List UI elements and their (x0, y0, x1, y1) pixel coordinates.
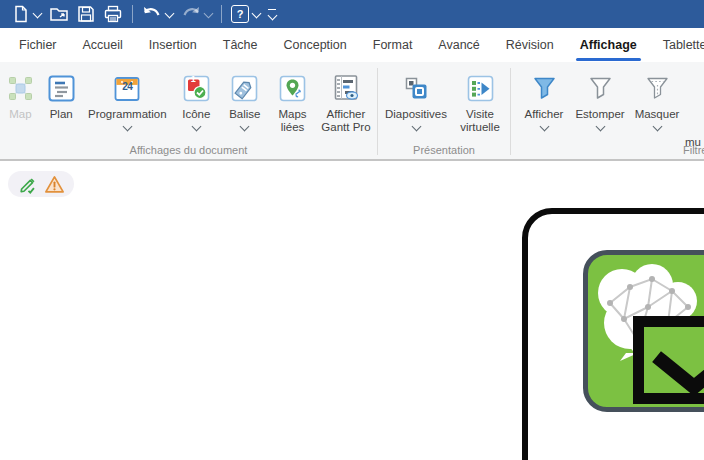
funnel-filled-icon (531, 72, 558, 104)
calendar-day-label: 24 (114, 81, 140, 92)
ribbon-button-icone[interactable]: 1 Icône (173, 70, 220, 130)
group-filtre: Filtre mu Afficher Estomper (511, 62, 704, 159)
chevron-down-icon (539, 122, 549, 132)
calendar-icon: 24 (114, 72, 140, 104)
help-icon: ? (231, 5, 249, 23)
undo-icon (142, 6, 162, 22)
tab-tablette[interactable]: Tablette (650, 28, 704, 62)
icon-badge-icon: 1 (183, 72, 210, 104)
slides-icon (403, 72, 430, 104)
mindmap-icon (7, 72, 34, 104)
chevron-down-icon[interactable] (165, 8, 175, 18)
chevron-down-icon (240, 122, 250, 132)
chevron-down-icon (652, 122, 662, 132)
tab-insertion[interactable]: Insertion (136, 28, 210, 62)
tab-format[interactable]: Format (360, 28, 426, 62)
redo-button[interactable] (177, 2, 216, 26)
annotation-pill (8, 171, 74, 197)
save-button[interactable] (73, 2, 99, 26)
ribbon-button-estomper[interactable]: Estomper (571, 70, 629, 130)
warning-triangle-icon[interactable] (44, 175, 65, 194)
chevron-down-icon (595, 122, 605, 132)
group-label: Affichages du document (0, 144, 377, 156)
ribbon-button-visite-virtuelle[interactable]: Visite virtuelle (452, 70, 508, 134)
print-button[interactable] (99, 2, 127, 26)
green-pen-check-icon[interactable] (18, 174, 38, 194)
redo-icon (181, 6, 201, 22)
tab-tache[interactable]: Tâche (210, 28, 271, 62)
ribbon-button-afficher-filtre[interactable]: Afficher (517, 70, 571, 130)
help-button[interactable]: ? (227, 2, 264, 26)
tab-avance[interactable]: Avancé (425, 28, 492, 62)
tab-affichage[interactable]: Affichage (567, 28, 650, 62)
group-presentation: Présentation Diapositives (378, 62, 510, 159)
undo-button[interactable] (138, 2, 177, 26)
ribbon-button-partial-label[interactable]: mu (685, 136, 701, 148)
chevron-down-icon[interactable] (252, 8, 262, 18)
chevron-down-icon[interactable] (33, 8, 43, 18)
checkmark-icon (644, 327, 704, 393)
chevron-down-icon (411, 122, 421, 132)
group-label: Présentation (378, 144, 510, 156)
tab-revision[interactable]: Révision (493, 28, 567, 62)
tab-conception[interactable]: Conception (271, 28, 360, 62)
ribbon-button-plan[interactable]: Plan (41, 70, 82, 121)
customize-toolbar-icon (268, 9, 276, 20)
gantt-chart-eye-icon (332, 72, 360, 104)
ribbon-button-masquer[interactable]: Masquer (629, 70, 685, 130)
ribbon-button-diapositives[interactable]: Diapositives (380, 70, 452, 130)
checkmark-box (633, 316, 704, 404)
chevron-down-icon (122, 122, 132, 132)
ribbon-tab-bar: Fichier Accueil Insertion Tâche Concepti… (0, 28, 704, 62)
tag-icon (231, 72, 258, 104)
ribbon-button-balise[interactable]: Balise (220, 70, 271, 130)
ribbon: Affichages du document Map (0, 62, 704, 161)
tab-fichier[interactable]: Fichier (6, 28, 70, 62)
mindview-logo-card (522, 208, 704, 460)
toolbar-separator (221, 5, 222, 23)
ribbon-button-programmation[interactable]: 24 Programmation (82, 70, 173, 130)
ribbon-button-maps-liees[interactable]: Maps liées (270, 70, 315, 134)
tab-accueil[interactable]: Accueil (70, 28, 136, 62)
chevron-down-icon (191, 122, 201, 132)
group-affichages-du-document: Affichages du document Map (0, 62, 377, 159)
open-folder-icon (49, 5, 69, 23)
open-button[interactable] (45, 2, 73, 26)
new-document-icon (12, 5, 30, 23)
new-document-button[interactable] (8, 2, 45, 26)
save-icon (77, 5, 95, 23)
ribbon-button-map: Map (0, 70, 41, 121)
funnel-outline-icon (587, 72, 614, 104)
customize-toolbar-button[interactable] (264, 2, 280, 26)
funnel-dotted-icon (644, 72, 671, 104)
toolbar-separator (132, 5, 133, 23)
print-icon (103, 5, 123, 23)
map-pin-link-icon (279, 72, 306, 104)
chevron-down-icon[interactable] (204, 8, 214, 18)
icon-badge-label: 1 (188, 74, 199, 84)
outline-icon (48, 72, 75, 104)
titlebar: ? (0, 0, 704, 28)
ribbon-button-afficher-gantt-pro[interactable]: Afficher Gantt Pro (315, 70, 377, 134)
virtual-tour-icon (467, 72, 494, 104)
